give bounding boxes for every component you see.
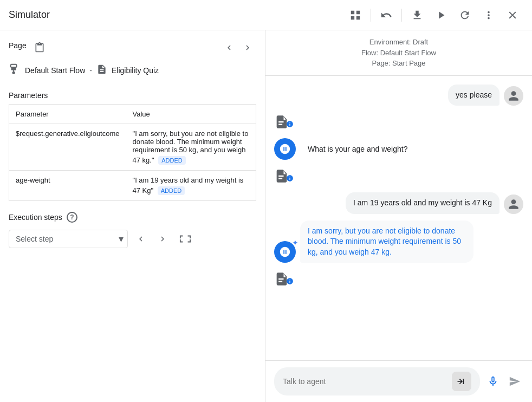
message-bot-age-weight-question: What is your age and weight?	[274, 138, 523, 160]
grid-icon-button[interactable]	[345, 4, 366, 26]
flow-line: Flow: Default Start Flow	[272, 48, 525, 59]
toolbar-divider-2	[401, 9, 402, 22]
message-user-yes-please: yes please	[274, 85, 523, 106]
exec-controls: Select step ▾	[9, 229, 256, 249]
col-parameter: Parameter	[9, 105, 126, 124]
step-next-button[interactable]	[154, 230, 171, 248]
more-button[interactable]	[478, 4, 499, 26]
message-user-age-weight: I am 19 years old and my weight is 47 Kg	[274, 192, 523, 214]
added-badge-0: ADDED	[158, 156, 186, 165]
sparkle-icon: ✦	[292, 238, 299, 247]
execution-steps-section: Execution steps ? Select step ▾	[9, 212, 256, 249]
page-name: Eligibility Quiz	[112, 66, 159, 75]
undo-button[interactable]	[375, 4, 397, 26]
table-row: age-weight "I am 19 years old and my wei…	[9, 171, 256, 201]
param-value-0: "I am sorry, but you are not eligible to…	[126, 124, 256, 171]
message-bot-doc-1	[274, 112, 523, 132]
doc-info-icon-3	[274, 269, 294, 289]
help-icon[interactable]: ?	[67, 212, 77, 223]
message-bot-doc-2	[274, 166, 523, 186]
message-bubble: yes please	[448, 85, 499, 106]
parameters-header: Parameters	[9, 91, 256, 100]
doc-info-icon-2	[274, 166, 294, 186]
close-button[interactable]	[502, 4, 523, 26]
next-page-button[interactable]	[239, 39, 256, 56]
bot-avatar-ai: ✦	[274, 241, 296, 263]
send-button[interactable]	[506, 373, 523, 390]
step-select[interactable]: Select step	[9, 230, 128, 248]
path-separator: -	[89, 66, 92, 75]
page-section-header: Page	[9, 41, 27, 50]
clipboard-button[interactable]	[31, 39, 48, 56]
exec-steps-label: Execution steps	[9, 213, 62, 222]
svg-rect-0	[463, 379, 464, 384]
param-name-1: age-weight	[9, 171, 126, 201]
step-prev-button[interactable]	[132, 230, 150, 248]
page-path: Default Start Flow - Eligibility Quiz	[9, 63, 256, 78]
toolbar: Simulator	[0, 0, 532, 30]
flow-icon	[9, 63, 21, 78]
page-file-icon	[96, 64, 107, 77]
execution-steps-header: Execution steps ?	[9, 212, 256, 223]
toolbar-actions	[345, 4, 523, 26]
main-content: Page Default Start Flow -	[0, 30, 532, 402]
param-name-0: $request.generative.eligioutcome	[9, 124, 126, 171]
page-line: Page: Start Page	[272, 58, 525, 69]
message-bot-doc-3	[274, 269, 523, 289]
param-value-1: "I am 19 years old and my weight is 47 K…	[126, 171, 256, 201]
message-bubble-age-weight: What is your age and weight?	[300, 139, 415, 160]
focus-button[interactable]	[176, 229, 195, 249]
app-title: Simulator	[9, 9, 50, 21]
page-nav-arrows	[220, 39, 256, 56]
chat-messages: yes please What is your age an	[265, 76, 532, 361]
message-bubble-user-age: I am 19 years old and my weight is 47 Kg	[346, 192, 499, 214]
chat-panel: Environment: Draft Flow: Default Start F…	[265, 30, 532, 402]
flow-name: Default Start Flow	[25, 66, 85, 75]
download-button[interactable]	[406, 4, 428, 26]
bot-avatar-1	[274, 138, 296, 160]
chat-input-wrapper	[274, 367, 480, 395]
toolbar-divider-1	[371, 9, 371, 22]
chat-input[interactable]	[283, 377, 447, 386]
table-row: $request.generative.eligioutcome "I am s…	[9, 124, 256, 171]
message-bot-ai-not-eligible: ✦ I am sorry, but you are not eligible t…	[274, 221, 523, 263]
parameters-section: Parameters Parameter Value $request.gene…	[9, 91, 256, 201]
page-nav-left: Page	[9, 39, 48, 56]
left-panel: Page Default Start Flow -	[0, 30, 265, 402]
chat-input-area	[265, 360, 532, 402]
env-line: Environment: Draft	[272, 37, 525, 48]
prev-page-button[interactable]	[220, 39, 238, 56]
parameters-table: Parameter Value $request.generative.elig…	[9, 104, 256, 201]
step-select-wrapper: Select step ▾	[9, 230, 128, 248]
play-button[interactable]	[430, 4, 452, 26]
user-avatar	[504, 86, 523, 106]
col-value: Value	[126, 105, 256, 124]
page-section: Page	[9, 39, 256, 56]
doc-info-icon-1	[274, 112, 294, 132]
message-bubble-not-eligible: I am sorry, but you are not eligible to …	[300, 221, 473, 263]
user-avatar-2	[504, 194, 523, 214]
chat-info-header: Environment: Draft Flow: Default Start F…	[265, 30, 532, 76]
submit-icon-button[interactable]	[452, 372, 471, 391]
mic-button[interactable]	[484, 373, 502, 390]
refresh-button[interactable]	[454, 4, 476, 26]
added-badge-1: ADDED	[158, 186, 185, 195]
